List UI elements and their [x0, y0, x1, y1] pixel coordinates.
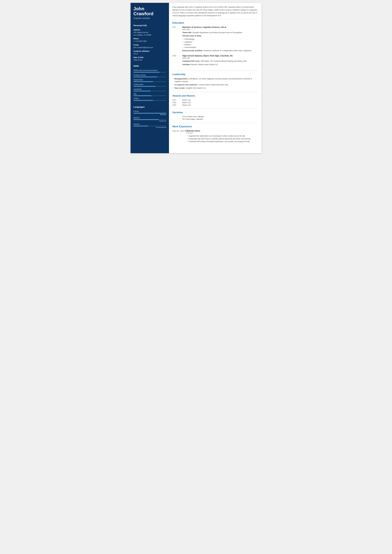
- skill-bar-bg: [133, 91, 166, 91]
- society-entry: Phi Theta Kappa—Member: [172, 118, 258, 120]
- work-bullets: Supported the optimization and revamping…: [187, 135, 258, 143]
- skills-list: Written and oral communication Problem-s…: [133, 70, 166, 101]
- skill-bar-bg: [133, 81, 166, 82]
- leadership-title: Leadership: [172, 73, 258, 76]
- first-name: John: [133, 6, 144, 11]
- societies-list: UCLA Golden Key—Member Phi Theta Kappa—M…: [172, 116, 258, 120]
- society-indent: [172, 116, 182, 118]
- lang-bar-bg: [133, 119, 166, 120]
- skill-label: Organization: [133, 79, 166, 81]
- skill-item: Problem-solving: [133, 74, 166, 77]
- list-item: Team Leader—English Club Grade 9–12.: [172, 87, 258, 90]
- skill-label: Written and oral communication: [133, 70, 166, 71]
- summary-text: Fresh graduate with a BA in Cognitive Sc…: [172, 6, 258, 19]
- edu-activities-1: Activities: Member, Athletics team Grade…: [182, 63, 258, 66]
- skill-bar-fill: [133, 95, 152, 96]
- edu-degree-0: Bachelor of Science, Cognitive Science, …: [182, 26, 258, 28]
- edu-sat-1: Combined SAT score: 1550 (Math: 750, Evi…: [182, 60, 258, 63]
- personal-info-section: Personal Info Address 405 Hilgard Avenue…: [131, 22, 169, 63]
- personal-info-title: Personal Info: [133, 24, 166, 27]
- education-entry-1: 2015 High School Diploma, Myers Park Hig…: [172, 55, 258, 66]
- edu-extra-0: Extracurricular activities: Freelance co…: [182, 49, 258, 52]
- list-item: Supported the optimization and revamping…: [187, 135, 258, 137]
- skills-section: Skills Written and oral communication Pr…: [131, 63, 169, 104]
- languages-list: French Bilingual Spanish Advanced German…: [133, 110, 166, 128]
- sidebar: John Crawford Cognitive Scientist Person…: [131, 3, 169, 153]
- language-item: Spanish Advanced: [133, 117, 166, 122]
- edu-gpa-0: GPA 3.95: [182, 28, 258, 31]
- skill-label: Problem-solving: [133, 74, 166, 76]
- work-entry: 2015-06 - 2015-09 Website Intern FYI.com…: [172, 130, 258, 144]
- phone-value: +1-123-456-7890: [133, 40, 166, 42]
- work-title: Work Experience: [172, 125, 258, 128]
- edu-thesis-0: Thesis title: Scientific Hypotheses as t…: [182, 31, 258, 34]
- societies-section: Societies UCLA Golden Key—Member Phi The…: [172, 111, 258, 123]
- skill-bar-fill: [133, 91, 150, 91]
- email-value: john.crawford@gmail.com: [133, 46, 166, 49]
- sidebar-header: John Crawford Cognitive Scientist: [131, 3, 169, 22]
- award-title: Dean's List: [182, 104, 191, 106]
- society-name: Phi Theta Kappa—Member: [182, 118, 203, 120]
- awards-title: Awards and Honors: [172, 94, 258, 97]
- society-indent: [172, 118, 182, 120]
- skill-label: HTML5: [133, 98, 166, 99]
- award-entry: 2017 Dean's List: [172, 99, 258, 101]
- award-year: 2015: [172, 104, 182, 106]
- lang-level: Advanced: [133, 120, 166, 122]
- work-company: FYI.com: [187, 132, 258, 134]
- address-value: 405 Hilgard Avenue Los Angeles, CA 90095: [133, 31, 166, 36]
- affiliation-value: UCLA: [133, 52, 166, 55]
- edu-year-0: 2017: [172, 26, 182, 53]
- lang-bar-fill: [133, 126, 148, 126]
- candidate-title: Cognitive Scientist: [133, 17, 166, 19]
- skill-bar-bg: [133, 100, 166, 101]
- award-entry: 2016 Dean's List: [172, 102, 258, 104]
- skill-bar-bg: [133, 95, 166, 96]
- skill-bar-fill: [133, 100, 153, 101]
- candidate-name: John Crawford: [133, 6, 166, 16]
- skills-title: Skills: [133, 65, 166, 68]
- dob-label: Date of birth: [133, 56, 166, 58]
- skill-bar-fill: [133, 72, 160, 73]
- lang-bar-fill: [133, 113, 166, 114]
- list-item: Statistics: [182, 43, 258, 46]
- leadership-list: Managing Editor at MindBuzz—an online ma…: [172, 77, 258, 90]
- skill-item: HTML5: [133, 98, 166, 101]
- skill-label: JavaScript: [133, 88, 166, 90]
- list-item: Conducted A/B testing: formulated hypoth…: [187, 140, 258, 143]
- phone-label: Phone: [133, 38, 166, 40]
- skill-label: Collaboration: [133, 84, 166, 85]
- lang-bar-bg: [133, 113, 166, 114]
- skill-bar-fill: [133, 81, 153, 82]
- skill-bar-bg: [133, 86, 166, 87]
- edu-degree-1: High School Diploma, Myers Park High, Ch…: [182, 55, 258, 57]
- society-entry: UCLA Golden Key—Member: [172, 116, 258, 118]
- email-label: E-mail: [133, 44, 166, 46]
- edu-fav-areas-label-0: Favorite areas of study:: [182, 35, 258, 37]
- lang-bar-bg: [133, 126, 166, 126]
- work-date: 2015-06 - 2015-09: [172, 130, 187, 144]
- leadership-section: Leadership Managing Editor at MindBuzz—a…: [172, 73, 258, 92]
- list-item: Linguistics: [182, 41, 258, 43]
- edu-fav-areas-list-0: Anthropology Linguistics Statistics Comm…: [182, 38, 258, 49]
- work-list: 2015-06 - 2015-09 Website Intern FYI.com…: [172, 130, 258, 144]
- education-title: Education: [172, 21, 258, 24]
- edu-content-0: Bachelor of Science, Cognitive Science, …: [182, 26, 258, 53]
- address-line2: Los Angeles, CA 90095: [133, 34, 151, 36]
- award-title: Dean's List: [182, 99, 191, 101]
- lang-label: German: [133, 123, 166, 125]
- skill-item: Collaboration: [133, 84, 166, 87]
- languages-title: Languages: [133, 106, 166, 109]
- last-name: Crawford: [133, 11, 153, 16]
- languages-section: Languages French Bilingual Spanish Advan…: [131, 104, 169, 131]
- dob-value: 1994-01-03: [133, 59, 166, 61]
- skill-item: Written and oral communication: [133, 70, 166, 73]
- award-title: Dean's List: [182, 102, 191, 104]
- language-item: French Bilingual: [133, 110, 166, 115]
- main-content: Fresh graduate with a BA in Cognitive Sc…: [169, 3, 261, 153]
- award-year: 2017: [172, 99, 182, 101]
- skill-item: Organization: [133, 79, 166, 82]
- awards-section: Awards and Honors 2017 Dean's List 2016 …: [172, 94, 258, 109]
- awards-list: 2017 Dean's List 2016 Dean's List 2015 D…: [172, 99, 258, 106]
- lang-level: Conversational: [133, 126, 166, 128]
